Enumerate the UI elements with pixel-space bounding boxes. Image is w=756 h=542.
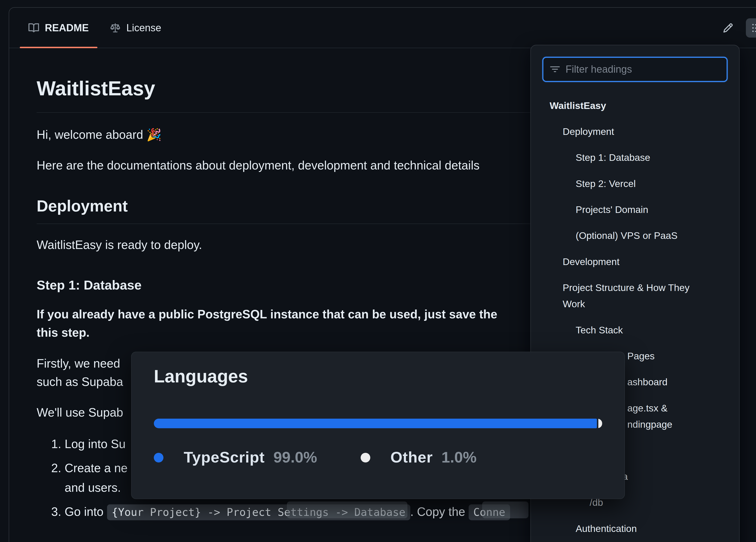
toc-item[interactable]: Step 1: Database xyxy=(531,145,739,171)
legend-language-percent: 1.0% xyxy=(441,448,477,466)
toc-item[interactable]: (Optional) VPS or PaaS xyxy=(531,223,739,249)
law-scales-icon xyxy=(110,22,120,33)
legend-dot xyxy=(154,453,163,462)
legend-language-name: Other xyxy=(390,448,433,466)
languages-popup: Languages TypeScript99.0%Other1.0% xyxy=(131,352,625,499)
list-unordered-icon xyxy=(752,22,756,33)
toc-item[interactable]: Project Structure & How They Work xyxy=(531,274,739,317)
list-item-text: Go into xyxy=(65,505,107,519)
page: README License xyxy=(0,0,756,542)
toc-item[interactable]: Step 2: Vercel xyxy=(531,171,739,197)
filter-headings-input[interactable] xyxy=(566,64,720,75)
legend-language-name: TypeScript xyxy=(184,448,265,466)
toc-item[interactable]: WaitlistEasy xyxy=(531,93,739,118)
list-item-text: . Copy the xyxy=(410,505,468,519)
tab-readme-label: README xyxy=(45,22,89,33)
book-icon xyxy=(28,22,39,33)
legend-dot xyxy=(360,453,370,462)
toc-item[interactable]: Authentication xyxy=(531,515,739,541)
masked-code-span xyxy=(482,501,528,518)
tabbar-actions xyxy=(717,8,756,48)
legend-item: Other1.0% xyxy=(360,448,477,466)
toc-item[interactable]: Development xyxy=(531,249,739,274)
pencil-icon xyxy=(723,22,733,33)
tab-license[interactable]: License xyxy=(99,8,172,48)
readme-tabbar: README License xyxy=(9,8,756,48)
legend-item: TypeScript99.0% xyxy=(154,448,317,466)
toc-item[interactable]: Tech Stack xyxy=(531,317,739,343)
languages-bar xyxy=(154,419,602,428)
outline-toggle-button[interactable] xyxy=(746,18,756,38)
filter-headings-field[interactable] xyxy=(542,57,728,82)
tab-license-label: License xyxy=(126,22,161,33)
toc-item[interactable]: Deployment xyxy=(531,118,739,144)
edit-pencil-button[interactable] xyxy=(717,18,739,38)
languages-legend: TypeScript99.0%Other1.0% xyxy=(154,448,602,466)
masked-code-span xyxy=(287,501,407,518)
other-bar-segment xyxy=(598,419,602,428)
languages-title: Languages xyxy=(154,365,602,389)
tab-readme[interactable]: README xyxy=(18,8,99,48)
filter-icon xyxy=(550,64,560,74)
typescript-bar-segment xyxy=(154,419,597,428)
toc-item[interactable]: Projects' Domain xyxy=(531,197,739,223)
legend-language-percent: 99.0% xyxy=(273,448,317,466)
